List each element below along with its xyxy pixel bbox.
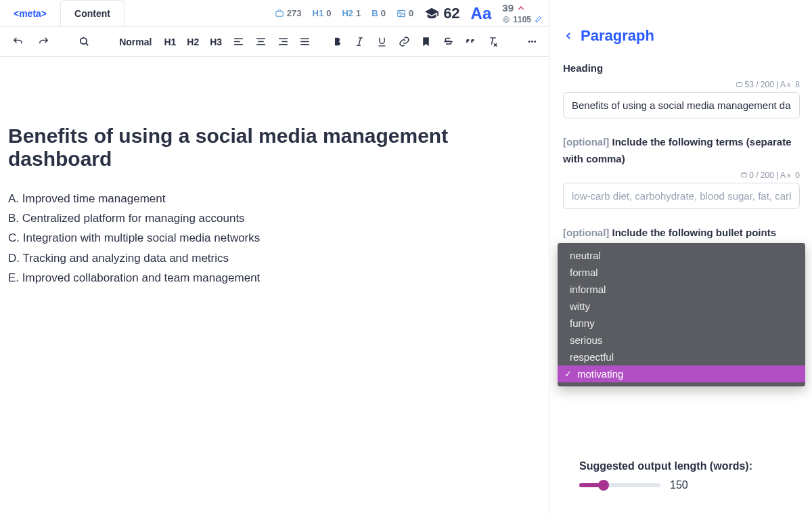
briefcase-icon [740,171,748,179]
stat-bold: B0 [371,8,386,18]
length-slider[interactable] [579,483,660,487]
terms-input[interactable] [563,183,800,209]
body-line: D. Tracking and analyzing data and metri… [8,249,541,267]
undo-button[interactable] [8,32,27,51]
body-line: C. Integration with multiple social medi… [8,229,541,247]
tone-option-motivating[interactable]: ✓motivating [558,365,805,382]
quote-button[interactable] [462,32,479,51]
style-h1[interactable]: H1 [161,37,179,47]
heading-label: Heading [563,60,800,77]
chevron-up-icon[interactable] [516,3,526,13]
align-left-button[interactable] [230,32,247,51]
svg-point-7 [528,41,531,43]
aa-icon: Aa [471,4,492,23]
svg-rect-10 [737,83,742,87]
body-line: E. Improved collaboration and team manag… [8,269,541,287]
tone-option-funny[interactable]: funny [558,315,805,332]
editor-body[interactable]: Benefits of using a social media managem… [0,57,549,296]
graduation-cap-icon [424,6,439,21]
bookmark-button[interactable] [418,32,434,51]
tab-meta[interactable]: <meta> [0,0,60,26]
style-h2[interactable]: H2 [184,37,202,47]
length-slider-wrap: 150 [579,479,800,491]
document-title: Benefits of using a social media managem… [8,125,541,171]
svg-point-6 [80,38,86,44]
top-bar: <meta> Content 273 H10 H21 B0 0 62 Aa 39 [0,0,549,27]
briefcase-icon [736,81,743,88]
field-terms: [optional] Include the following terms (… [563,133,800,209]
tone-dropdown[interactable]: neutral formal informal witty funny seri… [558,243,805,386]
svg-point-2 [399,12,401,13]
underline-button[interactable] [374,32,390,51]
bold-button[interactable] [329,32,346,51]
align-justify-button[interactable] [296,32,313,51]
field-heading: Heading 53 / 200 | Aa 8 [563,60,800,118]
target-icon [502,16,510,24]
stat-h1: H10 [313,8,332,18]
field-bullets: [optional] Include the following bullet … [563,224,800,303]
svg-point-5 [506,20,507,20]
svg-rect-0 [276,12,284,16]
slider-thumb[interactable] [598,480,609,491]
toolbar: Normal H1 H2 H3 [0,27,549,57]
stat-wordcount-col: 39 1105 [502,2,542,24]
chevron-left-icon[interactable] [563,30,574,41]
stat-words: 273 [275,8,302,18]
search-button[interactable] [76,32,93,51]
heading-counter: 53 / 200 | Aa 8 [563,80,800,89]
stat-h2: H21 [342,8,361,18]
stat-readability: 62 [424,5,459,22]
tone-option-witty[interactable]: witty [558,298,805,315]
stat-images: 0 [397,8,413,18]
style-h3[interactable]: H3 [207,37,225,47]
terms-counter: 0 / 200 | Aa 0 [563,171,800,180]
clear-format-button[interactable] [484,32,501,51]
panel-header: Paragraph [563,27,800,45]
align-center-button[interactable] [252,32,269,51]
style-normal[interactable]: Normal [115,37,156,47]
sidebar-panel: Paragraph Heading 53 / 200 | Aa 8 [optio… [549,0,812,515]
svg-point-9 [535,41,537,43]
heading-input[interactable] [563,92,800,118]
tone-option-neutral[interactable]: neutral [558,247,805,264]
editor-pane: <meta> Content 273 H10 H21 B0 0 62 Aa 39 [0,0,549,515]
top-stats: 273 H10 H21 B0 0 62 Aa 39 1105 [275,2,542,24]
tab-content[interactable]: Content [60,0,125,26]
align-right-button[interactable] [275,32,292,51]
svg-rect-11 [742,173,747,177]
tone-option-informal[interactable]: informal [558,281,805,298]
check-icon: ✓ [564,369,572,379]
link-button[interactable] [396,32,413,51]
tabs: <meta> Content [0,0,125,26]
length-value: 150 [670,479,688,491]
terms-label: [optional] Include the following terms (… [563,133,800,168]
edit-icon[interactable] [534,16,542,24]
image-icon [397,9,406,18]
svg-point-8 [531,41,533,43]
panel-title: Paragraph [581,27,654,45]
strikethrough-button[interactable] [440,32,457,51]
more-button[interactable] [524,32,541,51]
tone-option-serious[interactable]: serious [558,332,805,349]
body-line: A. Improved time management [8,189,541,208]
italic-button[interactable] [351,32,368,51]
suggested-length-label: Suggested output length (words): [579,460,800,472]
body-line: B. Centralized platform for managing acc… [8,209,541,227]
tone-option-respectful[interactable]: respectful [558,349,805,365]
redo-button[interactable] [34,32,53,51]
briefcase-icon [275,9,284,18]
tone-option-formal[interactable]: formal [558,264,805,281]
